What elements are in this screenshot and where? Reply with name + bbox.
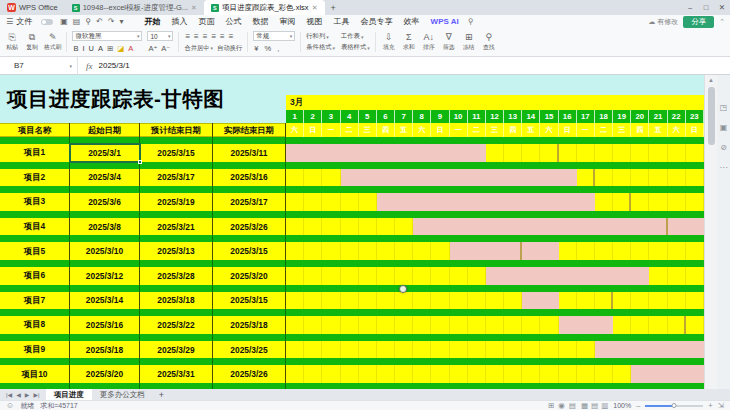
sheet-nav-icon[interactable]: |◀: [6, 391, 12, 398]
project-name-cell[interactable]: 项目6: [0, 267, 70, 285]
planned-end-cell[interactable]: 2025/3/18: [140, 292, 213, 310]
project-name-cell[interactable]: 项目1: [0, 144, 70, 162]
format-painter-button[interactable]: ✎ 格式刷: [44, 33, 61, 52]
zoom-in-button[interactable]: +: [708, 401, 712, 410]
print-icon[interactable]: ▤: [73, 17, 81, 26]
page-layout-view-icon[interactable]: ▤: [591, 401, 598, 410]
maximize-button[interactable]: □: [698, 3, 714, 12]
font-effect-button[interactable]: I: [81, 44, 85, 53]
start-date-cell[interactable]: 2025/3/18: [70, 341, 140, 359]
feedback-smiley-icon[interactable]: ☺: [6, 401, 14, 410]
wrap-text-button[interactable]: 自动换行: [217, 44, 242, 53]
planned-end-cell[interactable]: 2025/3/21: [140, 218, 213, 236]
sheet-nav-icon[interactable]: ◀: [16, 391, 21, 398]
zoom-slider-knob[interactable]: [672, 403, 677, 408]
zoom-slider[interactable]: [645, 405, 703, 407]
actual-end-cell[interactable]: 2025/3/20: [213, 267, 286, 285]
normal-view-icon[interactable]: ▦: [581, 401, 588, 410]
minimize-button[interactable]: –: [682, 3, 698, 12]
align-icon[interactable]: ≡: [219, 32, 226, 41]
ribbon-tool-筛选[interactable]: ∇筛选: [441, 33, 457, 52]
align-icon[interactable]: ≡: [202, 32, 209, 41]
help-panel-icon[interactable]: ⊘: [720, 143, 727, 152]
menu-tab-审阅[interactable]: 审阅: [275, 15, 301, 28]
planned-end-cell[interactable]: 2025/3/13: [140, 242, 213, 260]
number-format-select[interactable]: 常规▾: [253, 31, 295, 41]
menu-tab-数据[interactable]: 数据: [248, 15, 274, 28]
menu-tab-页面[interactable]: 页面: [194, 15, 220, 28]
sheet-tab-项目进度[interactable]: 项目进度: [46, 389, 92, 400]
start-date-cell[interactable]: 2025/3/16: [70, 316, 140, 334]
font-family-select[interactable]: 微软雅黑▾: [72, 31, 142, 41]
eye-protection-icon[interactable]: ◉: [558, 401, 565, 410]
planned-end-cell[interactable]: 2025/3/17: [140, 169, 213, 187]
project-name-cell[interactable]: 项目4: [0, 218, 70, 236]
file-menu-button[interactable]: ☰ 文件: [0, 16, 38, 27]
sheet-nav-icon[interactable]: ▶|: [33, 391, 39, 398]
close-button[interactable]: ✕: [714, 3, 730, 12]
align-icon[interactable]: ≡: [184, 32, 191, 41]
start-date-cell[interactable]: 2025/3/12: [70, 267, 140, 285]
ribbon-tool-查找[interactable]: ⚲查找: [481, 33, 497, 52]
fill-handle[interactable]: [138, 160, 142, 164]
start-date-cell[interactable]: 2025/3/14: [70, 292, 140, 310]
actual-end-cell[interactable]: 2025/3/16: [213, 169, 286, 187]
font-effect-button[interactable]: A: [97, 44, 104, 53]
actual-end-cell[interactable]: 2025/3/17: [213, 193, 286, 211]
scrollbar-thumb[interactable]: [708, 87, 715, 145]
number-format-icon[interactable]: %: [263, 44, 272, 53]
wps-home-button[interactable]: W WPS Office: [0, 3, 65, 12]
ribbon-button-条件格式[interactable]: 条件格式▾: [306, 43, 335, 52]
actual-end-cell[interactable]: 2025/3/26: [213, 218, 286, 236]
start-date-cell[interactable]: 2025/3/10: [70, 242, 140, 260]
menu-tab-开始[interactable]: 开始: [140, 15, 166, 28]
actual-end-cell[interactable]: 2025/3/15: [213, 242, 286, 260]
ribbon-tool-排序[interactable]: A↓排序: [421, 33, 437, 52]
start-date-cell[interactable]: 2025/3/4: [70, 169, 140, 187]
menu-tab-会员专享[interactable]: 会员专享: [356, 15, 398, 28]
start-date-cell[interactable]: 2025/3/20: [70, 365, 140, 383]
close-tab-icon[interactable]: ✕: [191, 4, 197, 12]
align-icon[interactable]: ≡: [210, 32, 217, 41]
document-tab[interactable]: S项目进度跟踪表_彩色.xlsx✕: [204, 0, 325, 15]
name-box[interactable]: B7▾: [0, 57, 78, 74]
formula-input[interactable]: 2025/3/1: [99, 61, 130, 70]
merge-center-button[interactable]: 合并居中▾: [184, 44, 213, 53]
menu-tab-视图[interactable]: 视图: [302, 15, 328, 28]
project-name-cell[interactable]: 项目7: [0, 292, 70, 310]
panel-toggle-icon[interactable]: ◳: [720, 103, 728, 112]
font-effect-button[interactable]: ⊞: [106, 44, 114, 53]
print-preview-icon[interactable]: ⚲: [85, 17, 91, 26]
share-button[interactable]: 分享: [683, 16, 714, 28]
planned-end-cell[interactable]: 2025/3/28: [140, 267, 213, 285]
planned-end-cell[interactable]: 2025/3/22: [140, 316, 213, 334]
close-tab-icon[interactable]: ✕: [312, 4, 318, 12]
fullscreen-icon[interactable]: ⇲: [718, 401, 724, 410]
sheet-nav-icon[interactable]: ▶: [25, 391, 30, 398]
planned-end-cell[interactable]: 2025/3/19: [140, 193, 213, 211]
paste-button[interactable]: ⎘ 粘贴: [4, 33, 20, 52]
planned-end-cell[interactable]: 2025/3/31: [140, 365, 213, 383]
insert-function-icon[interactable]: fx: [86, 61, 93, 71]
font-effect-button[interactable]: U: [88, 44, 95, 53]
sheet-tab-更多办公文档[interactable]: 更多办公文档: [92, 389, 153, 400]
ribbon-tool-冻结[interactable]: ⊞冻结: [461, 33, 477, 52]
actual-end-cell[interactable]: 2025/3/11: [213, 144, 286, 162]
align-icon[interactable]: ≡: [228, 32, 235, 41]
actual-end-cell[interactable]: 2025/3/15: [213, 292, 286, 310]
new-document-tab-button[interactable]: +: [325, 3, 342, 13]
font-size-select[interactable]: 10▾: [147, 31, 173, 41]
font-effect-button[interactable]: ◪: [116, 44, 125, 53]
project-name-cell[interactable]: 项目10: [0, 365, 70, 383]
project-name-cell[interactable]: 项目2: [0, 169, 70, 187]
ribbon-button-工作表[interactable]: 工作表▾: [341, 32, 370, 41]
font-grow-shrink-button[interactable]: A⁻: [160, 44, 171, 53]
start-date-cell[interactable]: 2025/3/6: [70, 193, 140, 211]
project-name-cell[interactable]: 项目9: [0, 341, 70, 359]
ribbon-tool-填充[interactable]: ⇩填充: [381, 33, 397, 52]
document-tab[interactable]: S10948--excel模板-进度管理-G...✕: [65, 0, 204, 15]
ribbon-button-表格样式[interactable]: 表格样式▾: [341, 43, 370, 52]
planned-end-cell[interactable]: 2025/3/15: [140, 144, 213, 162]
sheet-title-cell[interactable]: 项目进度跟踪表-甘特图: [0, 75, 286, 123]
ribbon-tool-求和[interactable]: Σ求和: [401, 33, 417, 52]
